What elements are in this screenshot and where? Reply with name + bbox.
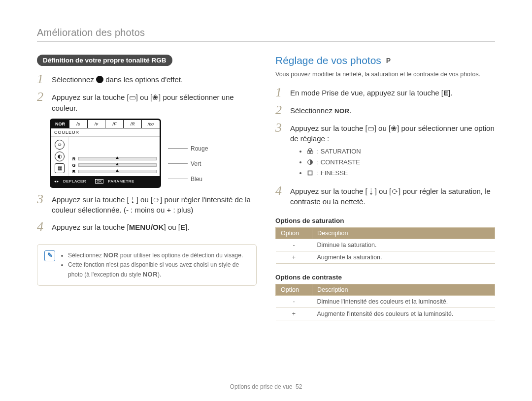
td-description: Augmente l'intensité des couleurs et la … (312, 308, 495, 320)
td-description: Diminue l'intensité des couleurs et la l… (312, 296, 495, 308)
lcd-footer: ◂▸ DEPLACER OK PARAMETRE (51, 176, 160, 186)
rgb-row-r: R (71, 156, 157, 161)
sharpness-icon: ▦ (55, 163, 65, 173)
bullet-saturation: : SATURATION (307, 147, 495, 156)
lcd-tab-icon: /v (88, 120, 106, 128)
table-row: +Augmente l'intensité des couleurs et la… (276, 308, 495, 320)
step-text: Appuyez sur la touche [⭭] ou [⟳] pour ré… (52, 193, 257, 216)
note-list: Sélectionnez NOR pour utiliser les optio… (61, 250, 249, 279)
note-item: Cette fonction n'est pas disponible si v… (68, 260, 249, 279)
left-column: Définition de votre propre tonalité RGB … (37, 55, 257, 320)
rgb-label-g: G (71, 163, 76, 168)
key-e: E (443, 89, 448, 97)
lcd-body: ☺ ◐ ▦ R G B (51, 137, 160, 176)
step-number: 3 (37, 193, 47, 216)
text-fragment: ]. (448, 89, 452, 97)
step-number: 1 (275, 86, 285, 99)
face-icon: ☺ (55, 140, 65, 150)
step-number: 3 (275, 122, 285, 180)
rgb-row-g: G (71, 163, 157, 168)
adjust-options-list: : SATURATION : CONTRASTE : FINESSE (290, 147, 495, 178)
lcd-tab-nor: NOR (51, 120, 69, 128)
saturation-icon (307, 148, 313, 154)
note-item: Sélectionnez NOR pour utiliser les optio… (68, 250, 249, 260)
text-fragment: Sélectionnez (68, 252, 103, 259)
rgb-legend: Rouge Vert Bleu (168, 119, 208, 183)
two-column-layout: Définition de votre propre tonalité RGB … (37, 55, 495, 320)
lcd-tab-icon: /F (105, 120, 124, 128)
steps-left-cont: 3 Appuyez sur la touche [⭭] ou [⟳] pour … (37, 193, 257, 234)
nor-label: NOR (143, 271, 158, 278)
table-title-contraste: Options de contraste (275, 274, 495, 281)
header-rule (37, 41, 495, 42)
legend-bleu: Bleu (191, 176, 202, 183)
td-description: Augmente la saturation. (312, 251, 495, 264)
text-fragment: pour utiliser les options de détection d… (118, 252, 243, 259)
text-fragment: PARAMETRE (105, 178, 137, 185)
bullet-contraste: : CONTRASTE (307, 158, 495, 167)
section-heading-reglage: Réglage de vos photos P (275, 55, 495, 66)
lcd-screen: NOR /s /v /F /R /co COULEUR ☺ ◐ ▦ (50, 119, 161, 188)
lcd-tab-icon: /R (124, 120, 142, 128)
table-row: -Diminue la saturation. (276, 239, 495, 251)
table-header-row: Option Description (276, 228, 495, 239)
table-row: +Augmente la saturation. (276, 251, 495, 264)
th-description: Description (312, 228, 495, 239)
legend-row: Rouge (168, 145, 208, 152)
contrast-icon: ◐ (55, 152, 65, 161)
step-4: 4 Appuyez sur la touche [⭭] ou [⟳] pour … (275, 185, 495, 208)
lcd-tabs: NOR /s /v /F /R /co (51, 120, 160, 128)
th-option: Option (276, 228, 312, 239)
legend-row: Bleu (168, 176, 208, 183)
th-description: Description (312, 284, 495, 296)
lcd-tab-icon: /s (69, 120, 88, 128)
td-option: - (276, 239, 312, 251)
lcd-left-icons: ☺ ◐ ▦ (51, 137, 68, 176)
step-3: 3 Appuyez sur la touche [▭] ou [❀] pour … (275, 122, 495, 180)
td-description: Diminue la saturation. (312, 239, 495, 251)
key-e: E (180, 223, 185, 231)
rgb-bar (78, 157, 157, 160)
step-text: Appuyez sur la touche [MENU/OK] ou [E]. (52, 220, 189, 233)
footer-page-number: 52 (296, 383, 302, 390)
td-option: - (276, 296, 312, 308)
page: Amélioration des photos Définition de vo… (0, 0, 532, 401)
step-2: 2 Appuyez sur la touche [▭] ou [❀] pour … (37, 91, 257, 114)
step-text: Appuyez sur la touche [▭] ou [❀] pour sé… (52, 91, 257, 114)
svg-rect-5 (308, 171, 312, 175)
table-title-saturation: Options de saturation (275, 217, 495, 224)
sharpness-icon (307, 170, 313, 176)
bullet-label: FINESSE (321, 169, 348, 177)
footer-section: Options de prise de vue (230, 383, 293, 390)
text-fragment: dans les options d'effet. (103, 75, 183, 84)
table-row: -Diminue l'intensité des couleurs et la … (276, 296, 495, 308)
mode-badge-p: P (386, 57, 391, 64)
bullet-label: SATURATION (321, 148, 361, 155)
rgb-bar (78, 163, 157, 167)
heading-text: Réglage de vos photos (275, 55, 381, 66)
lcd-foot-set: OK PARAMETRE (92, 176, 140, 186)
page-header-title: Amélioration des photos (37, 27, 495, 38)
step-number: 4 (275, 185, 285, 208)
step-text: Sélectionnez NOR. (290, 104, 352, 117)
text-fragment: DEPLACER (60, 178, 89, 185)
table-header-row: Option Description (276, 284, 495, 296)
step-text: Appuyez sur la touche [⭭] ou [⟳] pour ré… (290, 185, 495, 208)
contrast-icon (307, 159, 313, 165)
table-saturation: Option Description -Diminue la saturatio… (275, 227, 495, 264)
text-fragment: Sélectionnez (290, 106, 334, 115)
steps-left: 1 Sélectionnez dans les options d'effet.… (37, 73, 257, 114)
note-info-icon: ✎ (44, 250, 55, 261)
page-footer: Options de prise de vue 52 (0, 383, 532, 390)
key-menu-ok: MENU/OK (129, 223, 164, 231)
ok-icon: OK (95, 179, 103, 184)
rgb-row-b: B (71, 169, 157, 174)
section-intro: Vous pouvez modifier la netteté, la satu… (275, 70, 495, 79)
legend-rouge: Rouge (191, 145, 208, 152)
steps-right: 1 En mode Prise de vue, appuyez sur la t… (275, 86, 495, 208)
step-1: 1 Sélectionnez dans les options d'effet. (37, 73, 257, 86)
step-2: 2 Sélectionnez NOR. (275, 104, 495, 117)
text-fragment: ]. (185, 223, 189, 231)
text-fragment: . (349, 106, 351, 115)
legend-row: Vert (168, 160, 208, 167)
